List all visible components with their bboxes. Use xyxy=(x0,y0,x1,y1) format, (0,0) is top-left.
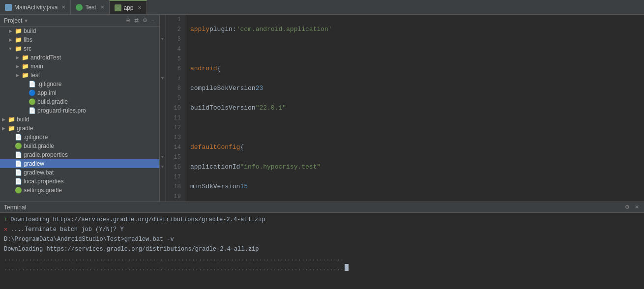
tree-label-build-top: build xyxy=(24,28,36,34)
tree-item-gradle[interactable]: ▶ 📁 gradle xyxy=(0,124,159,133)
tab-close-test[interactable]: ✕ xyxy=(100,4,104,10)
line-numbers: 1 2 3 4 5 6 7 8 9 10 11 12 13 14 15 16 1… xyxy=(166,15,185,202)
term-text-4: D:\ProgramData\AndroidStudio\Test>gradle… xyxy=(4,234,174,244)
tab-main-activity[interactable]: MainActivity.java ✕ xyxy=(0,0,71,14)
tree-item-libs[interactable]: ▶ 📁 libs xyxy=(0,35,159,44)
tree-item-build-root[interactable]: ▶ 📁 build xyxy=(0,115,159,124)
term-dots-2: ........................................… xyxy=(4,264,344,274)
java-icon xyxy=(5,4,12,11)
fold-arrow-10 xyxy=(160,103,165,113)
tree-item-gradlew[interactable]: 📄 gradlew xyxy=(0,159,159,168)
tree-item-proguard[interactable]: 📄 proguard-rules.pro xyxy=(0,106,159,115)
file-icon-gradlew-bat: 📄 xyxy=(14,169,23,176)
tree-item-androidtest[interactable]: ▶ 📁 androidTest xyxy=(0,53,159,62)
fold-arrow-1 xyxy=(160,15,165,25)
sidebar-title: Project xyxy=(4,17,22,24)
fold-arrow-15: ▼ xyxy=(160,152,165,162)
code-line-1: apply plugin: 'com.android.application' xyxy=(190,25,639,34)
tree-label-proguard: proguard-rules.pro xyxy=(37,107,86,114)
tree-arrow-test: ▶ xyxy=(14,73,21,78)
fold-arrow-4 xyxy=(160,44,165,54)
code-line-9: minSdkVersion 15 xyxy=(190,182,639,192)
tree-label-gitignore-root: .gitignore xyxy=(24,134,48,141)
file-icon-build-gradle-app: 🟢 xyxy=(28,98,36,105)
terminal-collapse-icon[interactable]: ✕ xyxy=(634,203,640,211)
tree-item-gradlew-bat[interactable]: 📄 gradlew.bat xyxy=(0,168,159,177)
fold-arrow-19 xyxy=(160,192,165,202)
code-line-6 xyxy=(190,123,639,133)
code-line-2 xyxy=(190,44,639,54)
tree-arrow-libs: ▶ xyxy=(7,37,14,42)
terminal-settings-icon[interactable]: ⚙ xyxy=(624,203,631,211)
tree-item-settings-gradle[interactable]: 🟢 settings.gradle xyxy=(0,186,159,195)
tree-item-gitignore-root[interactable]: 📄 .gitignore xyxy=(0,133,159,142)
tree-label-gradlew-bat: gradlew.bat xyxy=(24,169,54,176)
tab-close-main-activity[interactable]: ✕ xyxy=(61,4,65,10)
tree-arrow-gradle: ▶ xyxy=(0,126,7,131)
editor-area: ▼ ▼ ▼ ▼ ▼ xyxy=(160,15,644,202)
tree-item-build-gradle-root[interactable]: 🟢 build.gradle xyxy=(0,142,159,150)
terminal-title: Terminal xyxy=(4,204,26,211)
file-icon-gitignore-root: 📄 xyxy=(14,134,23,141)
tree-item-build-gradle-app[interactable]: 🟢 build.gradle xyxy=(0,97,159,106)
file-icon-proguard: 📄 xyxy=(28,107,36,114)
tab-app[interactable]: app ✕ xyxy=(110,0,147,14)
tab-bar: MainActivity.java ✕ Test ✕ app ✕ xyxy=(0,0,644,15)
code-line-8: applicationId "info.hypocrisy.test" xyxy=(190,162,639,172)
tree-item-test[interactable]: ▶ 📁 test xyxy=(0,71,159,80)
tree-item-gradle-properties[interactable]: 📄 gradle.properties xyxy=(0,150,159,159)
tree-label-build-gradle-root: build.gradle xyxy=(24,143,54,149)
app-icon xyxy=(115,4,121,11)
fold-arrow-18 xyxy=(160,182,165,192)
tab-label-app: app xyxy=(124,4,134,11)
tree-item-build-top[interactable]: ▶ 📁 build xyxy=(0,27,159,35)
sidebar-header: Project ▾ ⊕ ⇄ ⚙ − xyxy=(0,15,159,27)
terminal-content[interactable]: + Downloading https://services.gradle.or… xyxy=(0,213,644,289)
tree-label-gradlew: gradlew xyxy=(24,160,44,167)
sidebar: Project ▾ ⊕ ⇄ ⚙ − ▶ 📁 build ▶ 📁 xyxy=(0,15,160,202)
tree-item-app-iml[interactable]: 🔵 app.iml xyxy=(0,88,159,97)
tab-test[interactable]: Test ✕ xyxy=(71,0,109,14)
terminal-line-1: + Downloading https://services.gradle.or… xyxy=(4,215,640,225)
tree-label-src: src xyxy=(24,45,31,52)
sidebar-dropdown-icon[interactable]: ▾ xyxy=(25,17,28,24)
term-text-5: Downloading https://services.gradle.org/… xyxy=(4,244,259,254)
tab-label-test: Test xyxy=(85,4,96,11)
file-icon-gradlew: 📄 xyxy=(14,160,23,167)
tree-label-build-gradle-app: build.gradle xyxy=(37,98,68,105)
add-icon[interactable]: ⊕ xyxy=(125,17,131,24)
tree-label-libs: libs xyxy=(24,36,32,43)
tree-label-build-root: build xyxy=(17,116,29,123)
sync-icon[interactable]: ⇄ xyxy=(133,17,140,24)
fold-arrow-9 xyxy=(160,93,165,103)
terminal-line-7: ........................................… xyxy=(4,264,640,274)
term-plus-icon-1: + xyxy=(4,215,7,225)
term-cursor xyxy=(345,264,349,271)
tree-item-main[interactable]: ▶ 📁 main xyxy=(0,62,159,71)
tree-label-main: main xyxy=(30,63,43,70)
tree-label-local-properties: local.properties xyxy=(24,178,63,185)
settings-icon[interactable]: ⚙ xyxy=(142,17,148,24)
tree-arrow-main: ▶ xyxy=(14,64,21,69)
tree-item-src[interactable]: ▼ 📁 src xyxy=(0,44,159,53)
tab-close-app[interactable]: ✕ xyxy=(138,5,142,10)
tree-item-local-properties[interactable]: 📄 local.properties xyxy=(0,177,159,186)
fold-arrow-13 xyxy=(160,133,165,143)
folder-icon-src: 📁 xyxy=(14,45,23,52)
fold-arrow-6 xyxy=(160,64,165,74)
main-area: Project ▾ ⊕ ⇄ ⚙ − ▶ 📁 build ▶ 📁 xyxy=(0,15,644,202)
code-view[interactable]: ▼ ▼ ▼ ▼ ▼ xyxy=(160,15,644,202)
term-text-2: ....Terminate batch job (Y/N)? Y xyxy=(10,225,123,234)
folder-icon-gradle: 📁 xyxy=(7,125,16,132)
tree-arrow-build-root: ▶ xyxy=(0,117,7,122)
term-dots-1: ........................................… xyxy=(4,254,344,264)
tree-label-gitignore-app: .gitignore xyxy=(37,81,61,87)
fold-arrow-8 xyxy=(160,84,165,93)
tree-label-androidtest: androidTest xyxy=(30,54,61,61)
terminal-header-icons: ⚙ ✕ xyxy=(624,203,640,211)
tree-item-gitignore-app[interactable]: 📄 .gitignore xyxy=(0,80,159,88)
collapse-icon[interactable]: − xyxy=(150,17,155,24)
file-icon-gitignore-app: 📄 xyxy=(28,81,36,87)
file-icon-settings-gradle: 🟢 xyxy=(14,187,23,194)
code-line-5: buildToolsVersion "22.0.1" xyxy=(190,103,639,113)
